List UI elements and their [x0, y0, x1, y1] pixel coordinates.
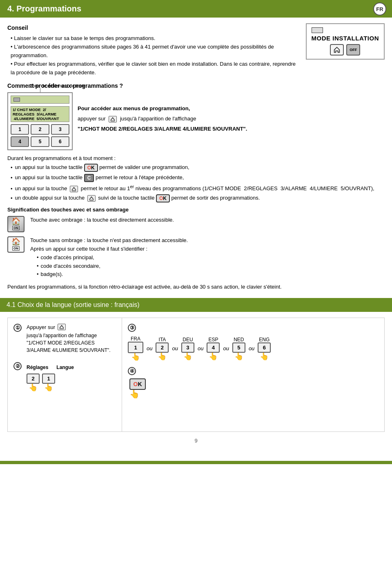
signif-sub-3: • badge(s). — [37, 270, 385, 279]
bullet-dot-3: • — [11, 186, 13, 192]
fra-key-box: 1 — [128, 342, 143, 353]
ned-label: NED — [234, 337, 244, 342]
signif-row2-main: Touche sans ombrage : la touche n'est pa… — [30, 237, 188, 243]
mode-key-off: OFF — [346, 44, 360, 56]
esp-label: ESP — [208, 337, 218, 342]
step1-text2: jusqu'à l'apparition de l'affichage "1/C… — [27, 333, 111, 353]
info-intro: Durant les programmations et à tout mome… — [7, 155, 385, 161]
lang-key-row: FRA 1 👆 ou ITA 2 👆 — [128, 336, 379, 360]
esp-key-box: 4 — [207, 342, 220, 353]
step-3-area: ③ FRA 1 👆 ou ITA — [128, 324, 379, 360]
lang-eng: ENG 6 👆 — [258, 337, 271, 360]
conseil-text: Conseil • Laisser le clavier sur sa base… — [7, 23, 298, 77]
key2-box: 2 — [27, 374, 40, 384]
access-text: Pour accéder aux menus de programmation,… — [78, 105, 385, 133]
conseil-bullet-1: • Laisser le clavier sur sa base le temp… — [11, 34, 298, 43]
step4-finger: 👆 — [129, 390, 140, 398]
arrow-key-3 — [87, 195, 96, 202]
ned-key-box: 5 — [232, 342, 245, 353]
ita-key-press: 2 👆 — [156, 342, 169, 360]
signif-sub-2: • code d'accès secondaire, — [37, 262, 385, 271]
info-bullet-1: un appui sur la touche tactile OK permet… — [15, 164, 189, 172]
esp-key-press: 4 👆 — [207, 342, 220, 360]
display-screen — [11, 96, 69, 104]
signif-title: Signification des touches avec et sans o… — [7, 207, 385, 213]
signif-row-2: 🏠 ON Touche sans ombrage : la touche n'e… — [7, 236, 385, 279]
step-3-circle: ③ — [128, 324, 136, 332]
step-1-content: Appuyer sur jusqu'à l'apparition de l'af… — [27, 324, 116, 354]
langue-item: Langue — [56, 365, 74, 370]
page-title: 4. Programmations — [7, 4, 81, 13]
key1-press: 1 👆 — [42, 374, 55, 391]
pendant-text: Pendant les programmations, si la foncti… — [7, 283, 385, 291]
step-2-content: Réglages Langue 2 👆 1 👆 — [27, 362, 74, 391]
comment-section: Comment procéder aux programmations ? Zo… — [7, 82, 385, 150]
reglages-label: Réglages — [27, 365, 48, 370]
instruction-table: ① Appuyer sur jusqu'à l'apparition de l'… — [7, 318, 385, 432]
step-4-area: ④ OK 👆 — [128, 367, 379, 398]
bullet-dot-1: • — [11, 165, 13, 171]
fr-badge-text: FR — [376, 6, 383, 12]
step-4-circle: ④ — [128, 367, 136, 375]
bullet-dot-4: • — [11, 195, 13, 201]
lang-ita: ITA 2 👆 — [156, 337, 169, 360]
instruction-left: ① Appuyer sur jusqu'à l'apparition de l'… — [8, 318, 122, 431]
step2-key-row: 2 👆 1 👆 — [27, 374, 74, 391]
shaded-key-box: 🏠 ON — [7, 216, 24, 232]
eng-key-press: 6 👆 — [258, 342, 271, 360]
ok-key-2: OK — [156, 194, 170, 202]
key-1: 1 — [11, 124, 29, 135]
access-text-2: appuyer sur — [78, 116, 106, 122]
mode-key-home — [330, 44, 344, 56]
ok-l: O — [133, 381, 138, 387]
ou-1: ou — [147, 345, 152, 351]
mode-install-title: MODE INSTALLATION — [312, 35, 379, 42]
signif-text-2: Touche sans ombrage : la touche n'est pa… — [30, 236, 385, 279]
key2-press: 2 👆 — [27, 374, 40, 391]
display-indicator — [13, 98, 20, 102]
arrow-key-inline — [109, 116, 117, 122]
section-41-title: 4.1 Choix de la langue (sortie usine : f… — [7, 301, 140, 308]
fra-key-press: 1 👆 — [128, 342, 143, 360]
mode-install-box: MODE INSTALLATION OFF — [306, 23, 385, 60]
on-label-shaded: ON — [12, 226, 20, 230]
eng-label: ENG — [259, 337, 270, 342]
ned-key-press: 5 👆 — [232, 342, 245, 360]
info-section: Durant les programmations et à tout mome… — [7, 155, 385, 202]
lang-ned: NED 5 👆 — [232, 337, 245, 360]
step-2-circle: ② — [13, 362, 22, 370]
section-41-header: 4.1 Choix de la langue (sortie usine : f… — [0, 298, 392, 312]
key1-box: 1 — [42, 374, 55, 384]
key-4: 4 — [11, 136, 29, 147]
on-label-unshaded: ON — [12, 246, 20, 251]
fra-label: FRA — [131, 336, 140, 342]
step-1-circle: ① — [13, 324, 22, 332]
signif-text-1: Touche avec ombrage : la touche est dire… — [30, 216, 385, 225]
signif-row-1: 🏠 ON Touche avec ombrage : la touche est… — [7, 216, 385, 232]
arrow-key-2 — [70, 186, 78, 192]
deu-key-press: 3 👆 — [181, 342, 194, 360]
signif-sub-1: • code d'accès principal, — [37, 253, 385, 262]
instruction-right: ③ FRA 1 👆 ou ITA — [122, 318, 384, 431]
deu-key-box: 3 — [181, 342, 194, 353]
home-icon-unshaded: 🏠 — [11, 237, 20, 246]
eng-finger: 👆 — [260, 353, 269, 360]
step1-text1: Appuyer sur — [27, 324, 55, 330]
reglages-lang-row: Réglages Langue — [27, 365, 74, 370]
ok-key-1: OK — [84, 164, 98, 172]
info-bullet-4: un double appui sur la touche suivi de l… — [15, 194, 260, 202]
deu-finger: 👆 — [183, 353, 192, 360]
menu-display: 1/ CHGT MODE 2/ REGLAGES 3/ALARME 4/LUMI… — [11, 106, 69, 122]
lang-deu: DEU 3 👆 — [181, 337, 194, 360]
info-bullet-3: un appui sur la touche permet le retour … — [15, 184, 374, 192]
ou-4: ou — [223, 345, 229, 351]
signif-row2-sub: Après un appui sur cette touche il faut … — [30, 246, 147, 252]
step-1-row: ① Appuyer sur jusqu'à l'apparition de l'… — [13, 324, 116, 354]
conseil-title: Conseil — [7, 23, 298, 32]
c-key-inline: C — [84, 174, 94, 182]
key-3: 3 — [51, 124, 69, 135]
key-6: 6 — [51, 136, 69, 147]
unshaded-key-box: 🏠 ON — [7, 236, 24, 253]
fra-finger: 👆 — [131, 353, 140, 360]
key-5: 5 — [31, 136, 49, 147]
